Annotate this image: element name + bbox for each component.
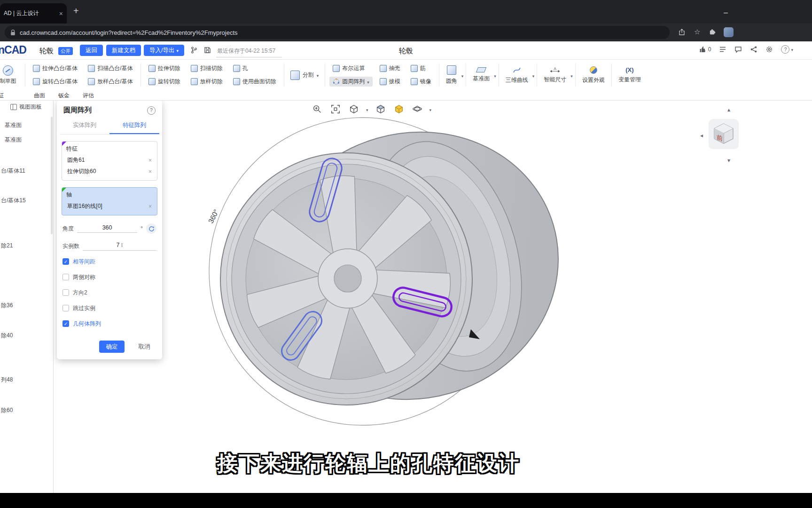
instance-count-input[interactable]: 7	[83, 242, 156, 251]
sidebar-scrollbar[interactable]	[51, 117, 53, 234]
tree-item[interactable]: 列48	[1, 376, 13, 384]
axis-selection-box[interactable]: 轴 草图16的线[0] ×	[62, 187, 157, 215]
new-tab-button[interactable]: +	[73, 6, 79, 16]
browser-tab[interactable]: AD | 云上设计 ×	[0, 3, 67, 24]
extensions-icon[interactable]	[709, 28, 716, 37]
app-header: nCAD 轮毂 公开 返回 新建文档 导入/导出 最近保存于04-22 15:5…	[0, 41, 812, 60]
import-export-button[interactable]: 导入/导出	[144, 45, 184, 56]
datum-plane-button[interactable]: 基准面	[468, 65, 494, 85]
shell-button[interactable]: 抽壳	[376, 64, 404, 73]
bookmark-star-icon[interactable]	[694, 28, 700, 36]
tree-item[interactable]: 台/基体11	[1, 167, 25, 175]
chevron-down-icon[interactable]	[429, 105, 432, 113]
option-label: 几何体阵列	[73, 320, 101, 328]
revolve-boss-button[interactable]: 旋转凸台/基体	[30, 77, 81, 87]
display-style-button[interactable]	[375, 103, 387, 115]
option-skip-instances[interactable]: 跳过实例	[62, 303, 162, 313]
variable-manager-button[interactable]: (X) 变量管理	[614, 60, 645, 90]
split-button[interactable]: 分割	[287, 60, 323, 90]
tree-item[interactable]: 除21	[1, 242, 13, 250]
fillet-button[interactable]: 圆角	[442, 64, 461, 87]
revolve-cut-button[interactable]: 旋转切除	[145, 77, 184, 87]
rib-button[interactable]: 筋	[407, 64, 435, 73]
mirror-button[interactable]: 镜像	[407, 77, 435, 87]
sweep-cut-button[interactable]: 扫描切除	[187, 64, 226, 73]
tree-item[interactable]: 台/基体15	[1, 197, 26, 205]
new-document-button[interactable]: 新建文档	[106, 45, 141, 56]
surface-cut-button[interactable]: 使用曲面切除	[230, 77, 280, 87]
remove-item-icon[interactable]: ×	[148, 203, 152, 210]
selected-feature-item[interactable]: 拉伸切除60 ×	[66, 166, 153, 177]
selected-axis-item[interactable]: 草图16的线[0] ×	[66, 200, 153, 212]
chevron-down-icon[interactable]	[366, 105, 368, 113]
tree-item[interactable]: 除36	[1, 302, 13, 310]
button-label: 旋转凸台/基体	[42, 78, 78, 86]
option-equal-spacing[interactable]: 相等间距	[62, 257, 162, 266]
browser-profile-avatar[interactable]	[724, 27, 734, 37]
rotate-up-arrow-icon[interactable]	[727, 106, 730, 113]
tab-close-icon[interactable]: ×	[59, 10, 63, 17]
angle-input[interactable]: 360	[77, 224, 137, 233]
extrude-cut-button[interactable]: 拉伸切除	[145, 64, 184, 73]
help-button[interactable]: ?	[781, 45, 793, 54]
option-symmetric[interactable]: 两侧对称	[62, 272, 162, 282]
version-branch-icon[interactable]	[191, 47, 197, 56]
window-minimize-button[interactable]: –	[724, 8, 728, 17]
circular-pattern-button[interactable]: 圆周阵列	[329, 77, 373, 87]
view-panel-toggle[interactable]: 视图面板	[10, 103, 42, 111]
share-icon[interactable]	[750, 46, 757, 53]
tab-surface[interactable]: 曲面	[34, 92, 45, 100]
features-selection-box[interactable]: 特征 圆角61 × 拉伸切除60 ×	[62, 141, 157, 181]
option-geometry-pattern[interactable]: 几何体阵列	[62, 319, 162, 328]
sweep-boss-button[interactable]: 扫描凸台/基体	[85, 64, 136, 73]
ok-button[interactable]: 确定	[99, 341, 125, 353]
tree-item[interactable]: 基准面	[5, 121, 22, 129]
rotate-down-arrow-icon[interactable]	[727, 157, 730, 164]
sketch-button[interactable]: 制草图	[0, 60, 23, 90]
angle-reset-button[interactable]	[146, 223, 156, 234]
hole-button[interactable]: 孔	[230, 64, 280, 73]
tab-evaluate[interactable]: 评估	[83, 92, 94, 100]
settings-gear-icon[interactable]	[765, 46, 773, 53]
tab-solid-pattern[interactable]: 实体阵列	[60, 118, 109, 134]
boolean-button[interactable]: 布尔运算	[329, 64, 373, 73]
address-field[interactable]: cad.crowncad.com/account/login?redirect=…	[5, 26, 670, 39]
checkbox-icon	[62, 258, 69, 265]
zoom-window-button[interactable]	[311, 103, 323, 115]
view-cube[interactable]: 前	[709, 119, 739, 149]
tab-sheetmetal[interactable]: 钣金	[58, 92, 70, 100]
tab-feature[interactable]: 特征	[0, 92, 4, 100]
dialog-help-icon[interactable]: ?	[147, 106, 156, 115]
center-bore[interactable]	[334, 265, 361, 292]
loft-cut-button[interactable]: 放样切除	[187, 77, 226, 87]
appearance-display-button[interactable]	[393, 103, 405, 115]
zoom-fit-button[interactable]	[329, 103, 342, 115]
cancel-button[interactable]: 取消	[134, 341, 155, 353]
tab-feature-pattern[interactable]: 特征阵列	[109, 118, 159, 134]
rib-icon	[411, 65, 418, 72]
tree-item[interactable]: 除60	[1, 406, 13, 414]
section-view-button[interactable]	[411, 103, 423, 115]
save-icon[interactable]	[204, 47, 211, 56]
smart-dimension-button[interactable]: A 智能尺寸	[539, 64, 570, 86]
remove-item-icon[interactable]: ×	[148, 168, 152, 175]
view-orientation-button[interactable]	[348, 103, 360, 115]
extrude-boss-button[interactable]: 拉伸凸台/基体	[30, 64, 81, 73]
3d-curve-button[interactable]: 三维曲线	[501, 64, 532, 86]
loft-boss-button[interactable]: 放样凸台/基体	[85, 77, 136, 87]
remove-item-icon[interactable]: ×	[148, 157, 152, 164]
selected-feature-item[interactable]: 圆角61 ×	[66, 154, 153, 166]
chevron-down-icon	[461, 71, 464, 79]
like-button[interactable]: 0	[699, 46, 711, 53]
back-button[interactable]: 返回	[80, 45, 103, 56]
comment-icon[interactable]	[734, 46, 742, 53]
appearance-button[interactable]: 设置外观	[578, 60, 609, 90]
tree-item[interactable]: 基准面	[5, 136, 22, 144]
tree-item[interactable]: 除40	[1, 332, 13, 340]
share-page-icon[interactable]	[678, 28, 686, 37]
wheel-model[interactable]	[220, 100, 590, 434]
draft-button[interactable]: 拔模	[376, 77, 404, 87]
option-direction2[interactable]: 方向2	[62, 288, 162, 297]
rotate-left-arrow-icon[interactable]	[700, 132, 703, 139]
history-list-icon[interactable]	[719, 46, 726, 53]
